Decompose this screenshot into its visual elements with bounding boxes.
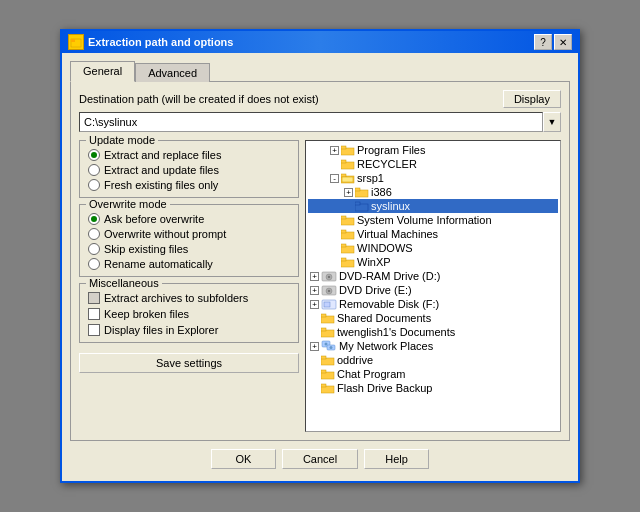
cancel-button[interactable]: Cancel bbox=[282, 449, 358, 469]
misc-checkbox-2[interactable] bbox=[88, 324, 100, 336]
tree-item[interactable]: System Volume Information bbox=[308, 213, 558, 227]
overwrite-radio-0[interactable] bbox=[88, 213, 100, 225]
tree-expander[interactable]: + bbox=[330, 146, 339, 155]
svg-rect-14 bbox=[341, 216, 346, 219]
overwrite-option-0[interactable]: Ask before overwrite bbox=[88, 213, 290, 225]
tree-item-label: Removable Disk (F:) bbox=[339, 298, 439, 310]
extraction-dialog: Extraction path and options ? ✕ General … bbox=[60, 29, 580, 483]
destination-label: Destination path (will be created if doe… bbox=[79, 93, 319, 105]
misc-option-1[interactable]: Keep broken files bbox=[88, 308, 290, 320]
tree-item[interactable]: WinXP bbox=[308, 255, 558, 269]
help-title-button[interactable]: ? bbox=[534, 34, 552, 50]
folder-icon bbox=[321, 369, 335, 380]
folder-icon bbox=[341, 229, 355, 240]
update-mode-option-0[interactable]: Extract and replace files bbox=[88, 149, 290, 161]
tree-item[interactable]: + My Network Places bbox=[308, 339, 558, 353]
title-bar: Extraction path and options ? ✕ bbox=[62, 31, 578, 53]
tree-item[interactable]: + Program Files bbox=[308, 143, 558, 157]
overwrite-label-0: Ask before overwrite bbox=[104, 213, 204, 225]
tree-item[interactable]: - srsp1 bbox=[308, 171, 558, 185]
drive-icon bbox=[321, 270, 337, 282]
overwrite-mode-options: Ask before overwrite Overwrite without p… bbox=[88, 213, 290, 270]
help-button[interactable]: Help bbox=[364, 449, 429, 469]
svg-rect-8 bbox=[342, 177, 353, 182]
save-settings-button[interactable]: Save settings bbox=[79, 353, 299, 373]
misc-checkbox-1[interactable] bbox=[88, 308, 100, 320]
update-radio-1[interactable] bbox=[88, 164, 100, 176]
tree-item-label: i386 bbox=[371, 186, 392, 198]
tree-item[interactable]: + DVD-RAM Drive (D:) bbox=[308, 269, 558, 283]
tree-item[interactable]: WINDOWS bbox=[308, 241, 558, 255]
tree-item-label: System Volume Information bbox=[357, 214, 492, 226]
main-area: Update mode Extract and replace files Ex… bbox=[79, 140, 561, 432]
overwrite-radio-3[interactable] bbox=[88, 258, 100, 270]
svg-rect-1 bbox=[71, 39, 75, 42]
bottom-buttons: OK Cancel Help bbox=[70, 441, 570, 473]
update-label-1: Extract and update files bbox=[104, 164, 219, 176]
overwrite-option-1[interactable]: Overwrite without prompt bbox=[88, 228, 290, 240]
path-input[interactable] bbox=[79, 112, 543, 132]
update-mode-option-1[interactable]: Extract and update files bbox=[88, 164, 290, 176]
svg-rect-5 bbox=[341, 160, 346, 163]
tree-item[interactable]: Shared Documents bbox=[308, 311, 558, 325]
overwrite-option-3[interactable]: Rename automatically bbox=[88, 258, 290, 270]
misc-option-2[interactable]: Display files in Explorer bbox=[88, 324, 290, 336]
close-title-button[interactable]: ✕ bbox=[554, 34, 572, 50]
update-mode-option-2[interactable]: Fresh existing files only bbox=[88, 179, 290, 191]
tree-item-label: WinXP bbox=[357, 256, 391, 268]
svg-point-35 bbox=[325, 343, 328, 346]
overwrite-option-2[interactable]: Skip existing files bbox=[88, 243, 290, 255]
misc-options: Extract archives to subfolders Keep brok… bbox=[88, 292, 290, 336]
tree-item[interactable]: oddrive bbox=[308, 353, 558, 367]
tree-item[interactable]: + Removable Disk (F:) bbox=[308, 297, 558, 311]
tree-item-selected[interactable]: syslinux bbox=[308, 199, 558, 213]
misc-label-0: Extract archives to subfolders bbox=[104, 292, 248, 304]
tree-item[interactable]: Chat Program bbox=[308, 367, 558, 381]
overwrite-radio-1[interactable] bbox=[88, 228, 100, 240]
tree-item-label: Chat Program bbox=[337, 368, 405, 380]
tree-expander-empty bbox=[310, 356, 319, 365]
tree-expander-empty bbox=[310, 384, 319, 393]
tree-item-label: WINDOWS bbox=[357, 242, 413, 254]
update-mode-group: Update mode Extract and replace files Ex… bbox=[79, 140, 299, 198]
tree-expander-empty bbox=[330, 258, 339, 267]
tree-expander-empty bbox=[330, 160, 339, 169]
tab-advanced[interactable]: Advanced bbox=[135, 63, 210, 82]
misc-option-0[interactable]: Extract archives to subfolders bbox=[88, 292, 290, 304]
tree-item[interactable]: Virtual Machines bbox=[308, 227, 558, 241]
file-tree[interactable]: + Program Files bbox=[306, 141, 560, 431]
folder-icon bbox=[321, 383, 335, 394]
file-tree-panel[interactable]: + Program Files bbox=[305, 140, 561, 432]
tree-expander[interactable]: + bbox=[310, 300, 319, 309]
overwrite-label-1: Overwrite without prompt bbox=[104, 228, 226, 240]
overwrite-radio-2[interactable] bbox=[88, 243, 100, 255]
tree-expander[interactable]: + bbox=[310, 286, 319, 295]
svg-rect-16 bbox=[341, 230, 346, 233]
tree-expander[interactable]: + bbox=[310, 272, 319, 281]
display-button[interactable]: Display bbox=[503, 90, 561, 108]
tree-item-label: Shared Documents bbox=[337, 312, 431, 324]
update-radio-0[interactable] bbox=[88, 149, 100, 161]
tree-item[interactable]: twenglish1's Documents bbox=[308, 325, 558, 339]
folder-icon bbox=[341, 257, 355, 268]
tree-expander[interactable]: + bbox=[344, 188, 353, 197]
path-dropdown-button[interactable]: ▼ bbox=[543, 112, 561, 132]
folder-icon bbox=[321, 355, 335, 366]
folder-icon bbox=[341, 159, 355, 170]
misc-label-1: Keep broken files bbox=[104, 308, 189, 320]
tree-item[interactable]: Flash Drive Backup bbox=[308, 381, 558, 395]
tab-content-general: Destination path (will be created if doe… bbox=[70, 81, 570, 441]
ok-button[interactable]: OK bbox=[211, 449, 276, 469]
tree-expander[interactable]: + bbox=[310, 342, 319, 351]
update-radio-2[interactable] bbox=[88, 179, 100, 191]
overwrite-label-3: Rename automatically bbox=[104, 258, 213, 270]
tree-item[interactable]: + i386 bbox=[308, 185, 558, 199]
tree-item[interactable]: + DVD Drive (E:) bbox=[308, 283, 558, 297]
overwrite-label-2: Skip existing files bbox=[104, 243, 188, 255]
update-mode-title: Update mode bbox=[86, 134, 158, 146]
tree-item[interactable]: RECYCLER bbox=[308, 157, 558, 171]
tree-expander-empty bbox=[310, 314, 319, 323]
tree-expander[interactable]: - bbox=[330, 174, 339, 183]
tree-item-label: syslinux bbox=[371, 200, 410, 212]
tab-general[interactable]: General bbox=[70, 61, 135, 82]
